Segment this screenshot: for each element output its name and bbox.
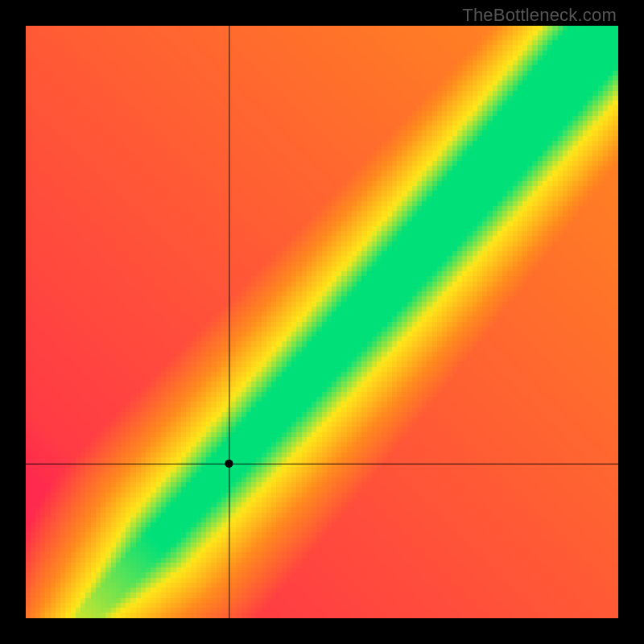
watermark-text: TheBottleneck.com (462, 5, 617, 26)
heatmap-canvas (26, 26, 618, 618)
heatmap-plot (26, 26, 618, 618)
chart-frame: TheBottleneck.com (0, 0, 644, 644)
